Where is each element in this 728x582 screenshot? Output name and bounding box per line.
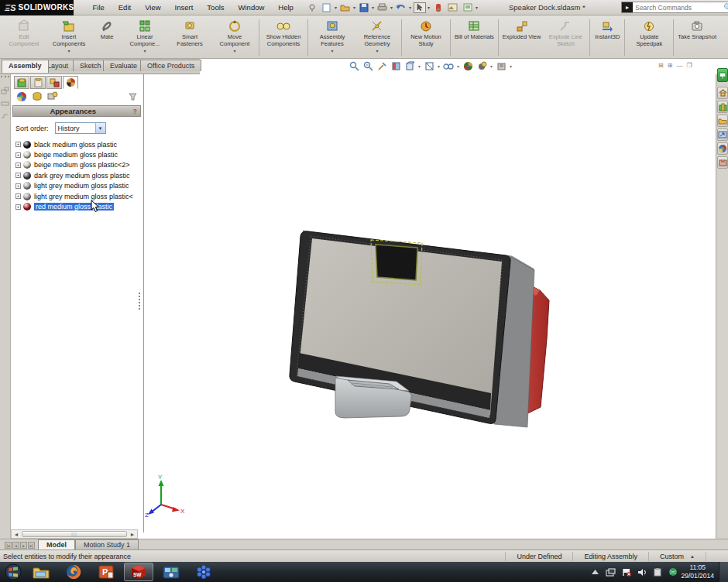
instant3d-button[interactable]: Instant3D	[592, 17, 623, 58]
powerpoint-icon[interactable]: P	[91, 563, 121, 581]
list-item[interactable]: +light grey medium gloss plastic<	[12, 191, 143, 201]
caret-icon[interactable]: ▾	[409, 5, 411, 10]
display-manager-tab[interactable]	[63, 76, 78, 89]
firefox-icon[interactable]	[59, 563, 88, 581]
list-item[interactable]: +black medium gloss plastic	[12, 139, 143, 149]
scene-icon[interactable]	[447, 2, 459, 13]
view-scene-lights-icon[interactable]	[46, 91, 59, 102]
update-speedpak-button[interactable]: Update Speedpak	[627, 17, 671, 58]
list-item[interactable]: +beige medium gloss plastic<2>	[12, 160, 143, 170]
cascade-icon[interactable]: ⊞	[658, 62, 664, 69]
solidworks-taskbar-icon[interactable]: SW	[124, 563, 153, 581]
assembly-features-button[interactable]: Assembly Features ▾	[310, 17, 355, 58]
remote-window-icon[interactable]	[606, 567, 616, 577]
caret-icon[interactable]: ▾	[490, 63, 493, 69]
appearance-target-icon[interactable]	[432, 2, 445, 13]
chevron-up-icon[interactable]: ▲	[690, 554, 695, 559]
menu-insert[interactable]: Insert	[169, 1, 200, 14]
take-snapshot-button[interactable]: Take Snapshot	[675, 17, 719, 58]
start-button[interactable]	[3, 563, 23, 581]
list-item[interactable]: +light grey medium gloss plastic	[12, 181, 143, 191]
display-style-icon[interactable]	[424, 61, 434, 71]
caret-icon[interactable]: ▾	[390, 5, 393, 10]
sort-order-select[interactable]: History ▼	[55, 122, 106, 134]
save-icon[interactable]	[358, 2, 370, 13]
menu-view[interactable]: View	[139, 1, 167, 14]
motion-study-tab[interactable]: Motion Study 1	[75, 539, 139, 549]
search-commands-box[interactable]: ▸ 🔍 ▾	[621, 2, 728, 13]
caret-icon[interactable]: ▾	[353, 5, 355, 10]
expand-icon[interactable]: +	[15, 152, 21, 158]
caret-icon[interactable]: ▾	[457, 63, 459, 69]
show-hidden-icons-icon[interactable]	[590, 567, 600, 577]
explode-line-sketch-button[interactable]: Explode Line Sketch	[543, 17, 588, 58]
screen-share-app-icon[interactable]	[156, 563, 186, 581]
show-hidden-components-button[interactable]: Show Hidden Components	[261, 17, 306, 58]
expand-icon[interactable]: +	[15, 173, 21, 178]
splitter-grip[interactable]	[1, 76, 9, 82]
view-decals-icon[interactable]	[31, 91, 43, 102]
taskbar-clock[interactable]: 11:05 29/01/2014	[681, 563, 714, 580]
linear-component-button[interactable]: Linear Compone... ▾	[122, 17, 167, 58]
graphics-viewport[interactable]: Y X Z	[145, 74, 716, 539]
show-desktop-button[interactable]	[719, 562, 728, 582]
hide-show-items-icon[interactable]	[443, 61, 454, 71]
caret-icon[interactable]: ▾	[335, 5, 337, 10]
options-icon[interactable]	[462, 2, 474, 13]
view-palette-icon[interactable]	[717, 128, 728, 141]
feature-manager-tab[interactable]	[14, 76, 29, 89]
configuration-manager-tab[interactable]	[46, 76, 62, 89]
magnifying-glass-icon[interactable]	[376, 61, 387, 71]
clipboard-tray-icon[interactable]	[652, 567, 662, 577]
filter-icon[interactable]	[126, 91, 139, 102]
panel-horizontal-scrollbar[interactable]: ◄ ||| ►	[11, 529, 138, 539]
select-tool-icon[interactable]	[414, 2, 426, 13]
feature-tree-splitter-strip[interactable]	[0, 74, 11, 549]
menu-file[interactable]: File	[86, 1, 110, 14]
model-tab[interactable]: Model	[38, 539, 75, 549]
tab-scroll-buttons[interactable]: |◂ ◂ ▸ ▸|	[5, 542, 35, 549]
caret-icon[interactable]: ▾	[438, 63, 440, 69]
move-component-button[interactable]: Move Component ▾	[212, 17, 257, 58]
expand-icon[interactable]: +	[15, 142, 21, 147]
menu-edit[interactable]: Edit	[112, 1, 137, 14]
tab-prev-icon[interactable]: ◂	[12, 542, 19, 549]
caret-icon[interactable]: ▾	[476, 5, 478, 10]
search-icon[interactable]: 🔍	[723, 3, 728, 12]
speaker-dock-model[interactable]: Y X Z	[145, 74, 716, 539]
tab-first-icon[interactable]: |◂	[5, 542, 12, 549]
tab-evaluate[interactable]: Evaluate	[103, 60, 144, 71]
status-configuration[interactable]: Custom ▲	[648, 552, 706, 561]
expand-icon[interactable]: +	[15, 204, 21, 210]
network-globe-icon[interactable]	[668, 567, 678, 577]
caret-icon[interactable]: ▾	[510, 63, 512, 69]
scrollbar-thumb[interactable]: |||	[22, 531, 127, 537]
appearances-scenes-icon[interactable]	[717, 142, 728, 155]
file-explorer-icon[interactable]	[717, 115, 728, 127]
edit-component-button[interactable]: Edit Component	[2, 17, 46, 58]
pin-icon[interactable]	[306, 2, 318, 13]
mate-button[interactable]: Mate	[91, 17, 122, 58]
caret-icon[interactable]: ▾	[418, 63, 421, 69]
action-center-icon[interactable]	[621, 567, 631, 577]
new-motion-study-button[interactable]: New Motion Study	[403, 17, 448, 58]
expand-icon[interactable]: +	[15, 183, 21, 189]
expand-icon[interactable]: +	[15, 163, 21, 168]
property-manager-tab[interactable]	[30, 76, 46, 89]
caret-icon[interactable]: ▾	[376, 48, 378, 53]
caret-icon[interactable]: ▾	[331, 48, 333, 53]
options-hud-icon[interactable]	[496, 61, 507, 71]
caret-icon[interactable]: ▾	[143, 48, 146, 53]
caret-icon[interactable]: ▾	[428, 5, 430, 10]
windows-explorer-icon[interactable]	[26, 563, 56, 581]
view-appearances-icon[interactable]	[15, 91, 28, 102]
apply-scene-icon[interactable]	[462, 61, 473, 71]
list-item[interactable]: +beige medium gloss plastic	[12, 149, 143, 159]
tab-assembly[interactable]: Assembly	[2, 60, 49, 73]
insert-components-button[interactable]: Insert Components ▾	[46, 17, 91, 58]
menu-tools[interactable]: Tools	[201, 1, 230, 14]
model-screen[interactable]	[376, 245, 417, 280]
print-icon[interactable]	[376, 2, 389, 13]
caret-icon[interactable]: ▾	[233, 48, 235, 53]
chevron-down-icon[interactable]: ▼	[95, 123, 105, 133]
